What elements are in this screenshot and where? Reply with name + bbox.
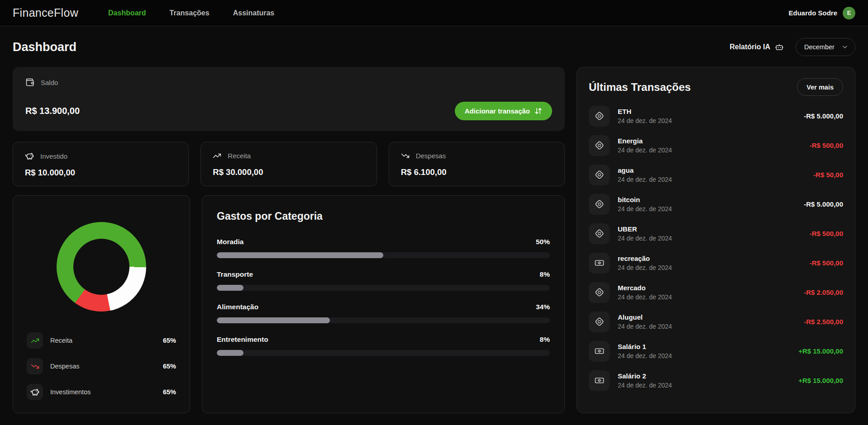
main-nav: Dashboard Transações Assinaturas [108,9,274,17]
stat-card: Investido R$ 10.000,00 [13,142,189,186]
gem-icon [594,316,605,327]
transaction-date: 24 de dez. de 2024 [618,205,672,212]
transaction-date: 24 de dez. de 2024 [618,146,672,154]
transaction-amount: +R$ 15.000,00 [798,347,843,355]
category-percent: 8% [540,270,550,279]
transaction-amount: -R$ 5.000,00 [804,112,843,120]
legend-label: Receita [50,337,72,344]
category-percent: 34% [536,303,550,311]
trending-up-icon [31,336,39,345]
month-select-value: December [804,43,835,51]
transaction-amount: -R$ 5.000,00 [804,200,843,208]
left-column: Saldo R$ 13.900,00 Adicionar transação [13,67,565,413]
transaction-row: Salário 2 24 de dez. de 2024 +R$ 15.000,… [589,366,843,395]
trending-down-icon [31,362,39,371]
page-header: Dashboard Relatório IA December [0,38,868,56]
piggy-bank-icon [30,387,39,397]
month-select[interactable]: December [796,38,855,56]
see-more-button[interactable]: Ver mais [797,78,843,96]
gem-icon [594,170,605,180]
category-label: Entretenimento [217,335,268,344]
transaction-icon-badge [589,341,610,362]
legend-badge [27,384,43,400]
nav-item-transacoes[interactable]: Transações [170,9,210,17]
add-transaction-button[interactable]: Adicionar transação [455,102,552,120]
transaction-date: 24 de dez. de 2024 [618,176,672,183]
banknote-icon [594,346,605,356]
transaction-name: recreação [618,255,672,262]
legend-item: Investimentos 65% [27,384,176,400]
transaction-icon-badge [589,282,610,303]
transaction-name: Salário 2 [618,372,672,380]
ai-report-label: Relatório IA [730,43,770,51]
stats-row: Investido R$ 10.000,00 Receita R$ 30.000… [13,142,565,186]
app-logo: FinanceFlow [13,6,78,19]
donut-legend: Receita 65% Despesas 65% [25,332,178,400]
transaction-icon-badge [589,165,610,185]
transaction-date: 24 de dez. de 2024 [618,117,672,124]
banknote-icon [594,258,605,268]
gem-icon [594,111,605,121]
transactions-panel: Últimas Transações Ver mais ETH 24 de de… [577,67,855,413]
legend-value: 65% [163,388,176,396]
add-transaction-label: Adicionar transação [465,107,530,115]
category-label: Moradia [217,238,243,246]
transaction-amount: +R$ 15.000,00 [798,377,843,384]
transaction-row: Mercado 24 de dez. de 2024 -R$ 2.050,00 [589,278,843,307]
transaction-name: agua [618,166,672,174]
charts-row: Receita 65% Despesas 65% [13,195,565,413]
gem-icon [594,287,605,298]
main-content: Saldo R$ 13.900,00 Adicionar transação [0,67,868,413]
category-row: Entretenimento 8% [217,335,550,356]
banknote-icon [594,375,605,386]
top-bar: FinanceFlow Dashboard Transações Assinat… [0,0,868,26]
gem-icon [594,140,605,151]
category-percent: 8% [540,335,550,344]
transactions-list: ETH 24 de dez. de 2024 -R$ 5.000,00 Ener… [589,101,843,395]
categories-card: Gastos por Categoria Moradia 50% [202,195,565,413]
transaction-date: 24 de dez. de 2024 [618,352,672,359]
transaction-icon-badge [589,370,610,391]
progress-fill [217,285,243,291]
transaction-icon-badge [589,106,610,127]
stat-value: R$ 30.000,00 [213,167,364,177]
stat-card: Despesas R$ 6.100,00 [389,142,565,186]
category-percent: 50% [536,238,550,246]
stat-label: Receita [228,152,251,160]
transaction-amount: -R$ 2.500,00 [804,318,843,326]
transaction-amount: -R$ 500,00 [810,230,843,237]
category-label: Transporte [217,270,253,279]
transaction-icon-badge [589,312,610,332]
progress-track [217,350,550,356]
balance-header: Saldo [25,78,552,87]
transaction-row: agua 24 de dez. de 2024 -R$ 50,00 [589,160,843,189]
category-row: Transporte 8% [217,270,550,291]
legend-label: Investimentos [50,388,91,396]
stat-value: R$ 6.100,00 [401,167,553,177]
stat-card: Receita R$ 30.000,00 [200,142,377,186]
legend-badge [27,332,43,349]
transaction-icon-badge [589,135,610,156]
transaction-name: UBER [618,225,672,233]
transaction-row: UBER 24 de dez. de 2024 -R$ 500,00 [589,219,843,248]
balance-value: R$ 13.900,00 [25,106,80,116]
transaction-row: bitcoin 24 de dez. de 2024 -R$ 5.000,00 [589,189,843,219]
stat-label: Despesas [416,152,446,160]
balance-label: Saldo [41,79,58,86]
nav-item-assinaturas[interactable]: Assinaturas [233,9,275,17]
nav-item-dashboard[interactable]: Dashboard [108,9,146,17]
transaction-name: bitcoin [618,196,672,203]
transaction-name: ETH [618,108,672,115]
category-label: Alimentação [217,303,258,311]
chevron-down-icon [841,43,849,51]
stat-value: R$ 10.000,00 [25,168,176,178]
trending-down-icon [401,151,410,160]
piggy-bank-icon [25,151,34,161]
progress-track [217,285,550,291]
balance-card: Saldo R$ 13.900,00 Adicionar transação [13,67,565,131]
category-row: Alimentação 34% [217,303,550,323]
progress-fill [217,317,330,323]
user-menu[interactable]: Eduardo Sodre E [788,7,855,19]
ai-report-button[interactable]: Relatório IA [730,42,784,52]
transaction-date: 24 de dez. de 2024 [618,235,672,242]
